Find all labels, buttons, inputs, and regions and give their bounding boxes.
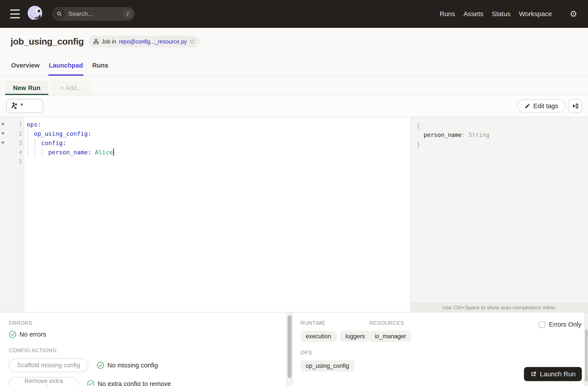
- session-tab-new-run[interactable]: New Run: [5, 81, 48, 95]
- errors-only-label: Errors Only: [549, 321, 581, 328]
- remove-extra-row: Remove extra config No extra config to r…: [9, 377, 286, 386]
- schema-type: String: [469, 132, 489, 138]
- runtime-label: RUNTIME: [300, 320, 369, 326]
- scaffold-row: Scaffold missing config No missing confi…: [9, 358, 286, 372]
- launch-run-label: Launch Run: [540, 370, 576, 378]
- job-repo-badge: Job in repo@config..._resource.py: [89, 36, 199, 47]
- bottom-panel: ERRORS No errors CONFIG ACTIONS: Scaffol…: [0, 312, 588, 386]
- fold-arrow-icon[interactable]: [1, 132, 4, 135]
- line-number: 3: [19, 140, 22, 146]
- schema-open-brace: {: [417, 121, 582, 130]
- no-extra-config-row: No extra config to remove: [87, 380, 171, 386]
- line-number: 2: [19, 130, 22, 137]
- tab-runs[interactable]: Runs: [92, 62, 109, 75]
- session-tab-add[interactable]: + Add...: [52, 81, 90, 95]
- search-shortcut-badge: /: [124, 10, 132, 18]
- yaml-line: person_name:Alice: [27, 148, 410, 157]
- nav-workspace[interactable]: Workspace: [519, 10, 552, 18]
- nav-assets[interactable]: Assets: [463, 10, 483, 18]
- pencil-icon: [525, 103, 530, 109]
- check-circle-icon: [87, 380, 95, 386]
- config-schema-panel: { person_name:String } Use Ctrl+Space to…: [410, 117, 588, 312]
- title-bar: job_using_config Job in repo@config..._r…: [0, 28, 588, 55]
- edit-tags-button[interactable]: Edit tags: [518, 99, 565, 113]
- tab-launchpad[interactable]: Launchpad: [48, 62, 84, 75]
- repo-link[interactable]: repo@config..._resource.py: [119, 39, 187, 45]
- scaffold-missing-config-button[interactable]: Scaffold missing config: [9, 358, 88, 372]
- page-title: job_using_config: [11, 37, 84, 47]
- reload-icon[interactable]: [189, 39, 195, 44]
- scrollbar-thumb[interactable]: [585, 329, 588, 382]
- search-input[interactable]: [68, 10, 117, 18]
- indent-guide: [35, 139, 35, 157]
- nav-runs[interactable]: Runs: [440, 10, 455, 18]
- dagster-logo[interactable]: [26, 5, 44, 23]
- errors-section: ERRORS No errors CONFIG ACTIONS: Scaffol…: [0, 312, 286, 386]
- global-search[interactable]: /: [53, 7, 135, 21]
- ops-label: OPS: [300, 349, 588, 356]
- resources-label: RESOURCES: [369, 320, 412, 326]
- launchpad-session-tabs: New Run + Add...: [0, 76, 588, 95]
- no-missing-config-text: No missing config: [107, 362, 158, 369]
- run-preview-section: RUNTIME execution loggers RESOURCES io_m…: [293, 312, 588, 386]
- indent-guide: [42, 148, 42, 157]
- text-cursor: [113, 148, 114, 156]
- no-extra-config-text: No extra config to remove: [98, 380, 171, 386]
- fold-arrow-icon[interactable]: [1, 142, 4, 144]
- menu-icon[interactable]: [10, 9, 20, 18]
- yaml-line: [27, 157, 410, 166]
- job-graph-icon: [93, 39, 99, 44]
- launchpad-main: 1 2 3 4 5 ops: op_using_config: config: …: [0, 117, 588, 312]
- yaml-line: config:: [27, 139, 410, 148]
- no-errors-text: No errors: [20, 331, 46, 338]
- edit-tags-label: Edit tags: [533, 102, 558, 110]
- editor-gutter: 1 2 3 4 5: [0, 117, 24, 312]
- launch-icon: [530, 371, 537, 377]
- line-number: 5: [19, 158, 22, 165]
- line-number: 4: [19, 149, 22, 155]
- app-header: / Runs Assets Status Workspace ⚙: [0, 0, 588, 28]
- errors-only-checkbox[interactable]: [539, 321, 545, 328]
- runtime-column: RUNTIME execution loggers: [300, 320, 369, 342]
- config-actions-label: CONFIG ACTIONS:: [9, 347, 286, 354]
- badge-prefix: Job in: [101, 39, 116, 45]
- ops-chip-op-using-config[interactable]: op_using_config: [300, 360, 355, 372]
- op-selector-value: *: [20, 102, 24, 109]
- op-selector-icon: [10, 102, 17, 110]
- resources-chip-io-manager[interactable]: io_manager: [369, 331, 412, 342]
- no-missing-config-row: No missing config: [97, 362, 158, 369]
- gear-icon[interactable]: ⚙: [570, 9, 577, 19]
- schema-close-brace: }: [417, 140, 582, 149]
- errors-only-toggle[interactable]: Errors Only: [539, 321, 581, 328]
- yaml-line: op_using_config:: [27, 129, 410, 139]
- no-errors-row: No errors: [9, 331, 286, 338]
- check-circle-icon: [9, 331, 16, 338]
- schema-key[interactable]: person_name: [424, 132, 462, 138]
- indent-guide: [28, 129, 28, 157]
- runtime-chip-loggers[interactable]: loggers: [340, 331, 370, 342]
- config-editor: 1 2 3 4 5 ops: op_using_config: config: …: [0, 117, 410, 312]
- line-number: 1: [19, 121, 22, 128]
- errors-label: ERRORS: [9, 320, 286, 326]
- search-icon: [54, 8, 65, 20]
- fold-arrow-icon[interactable]: [1, 123, 4, 125]
- bottom-right-scrollbar[interactable]: [584, 312, 588, 386]
- tab-overview[interactable]: Overview: [11, 62, 40, 75]
- top-nav: Runs Assets Status Workspace ⚙: [440, 9, 577, 19]
- runtime-chip-execution[interactable]: execution: [300, 331, 337, 342]
- yaml-line: ops:: [27, 120, 410, 129]
- toggle-second-panel-button[interactable]: [568, 99, 582, 113]
- job-tabs: Overview Launchpad Runs: [0, 55, 588, 76]
- remove-extra-config-button[interactable]: Remove extra config: [9, 377, 79, 386]
- resources-column: RESOURCES io_manager: [369, 320, 412, 342]
- scrollbar-thumb[interactable]: [288, 315, 292, 378]
- op-selector-input[interactable]: *: [6, 99, 43, 113]
- autocomplete-hint: Use Ctrl+Space to show auto-completions …: [411, 303, 588, 312]
- yaml-editor-area[interactable]: ops: op_using_config: config: person_nam…: [24, 117, 410, 312]
- launch-run-button[interactable]: Launch Run: [524, 367, 582, 381]
- schema-field: person_name:String: [417, 130, 582, 140]
- nav-status[interactable]: Status: [492, 10, 510, 18]
- launchpad-toolbar: * Edit tags: [0, 95, 588, 117]
- bottom-left-scrollbar[interactable]: [286, 312, 293, 386]
- schema-code: { person_name:String }: [411, 117, 588, 303]
